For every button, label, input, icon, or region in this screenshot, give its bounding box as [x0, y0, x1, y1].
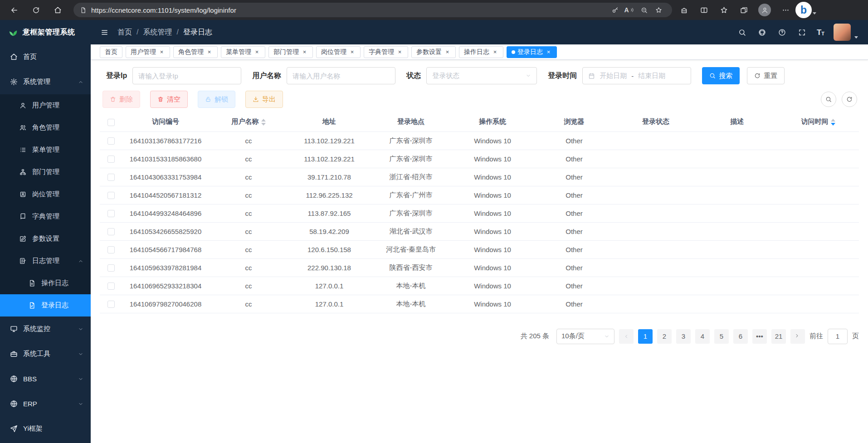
- row-checkbox[interactable]: [107, 246, 115, 253]
- address-bar[interactable]: https://ccnetcore.com:1101/system/log/lo…: [73, 3, 672, 17]
- tab-param-settings[interactable]: 参数设置 ×: [411, 46, 456, 58]
- bing-icon[interactable]: b: [795, 2, 812, 18]
- next-page-button[interactable]: [790, 329, 805, 344]
- sidebar-item-dept-mgmt[interactable]: 部门管理: [0, 161, 91, 183]
- sidebar-item-role-mgmt[interactable]: 角色管理: [0, 117, 91, 139]
- read-aloud-icon[interactable]: A: [622, 3, 637, 17]
- browser-back-button[interactable]: [6, 2, 22, 18]
- sidebar-item-user-mgmt[interactable]: 用户管理: [0, 94, 91, 117]
- tab-dept-mgmt[interactable]: 部门管理 ×: [268, 46, 313, 58]
- end-date-placeholder[interactable]: 结束日期: [638, 72, 665, 80]
- sort-icon[interactable]: [831, 119, 835, 126]
- zoom-out-icon[interactable]: [637, 3, 651, 17]
- browser-profile-avatar[interactable]: [758, 4, 771, 16]
- sidebar-item-dict-mgmt[interactable]: 字典管理: [0, 205, 91, 228]
- pagination-ellipsis[interactable]: •••: [752, 329, 767, 344]
- sidebar-item-login-log[interactable]: 登录日志: [0, 294, 91, 316]
- bing-caret-icon[interactable]: [813, 12, 816, 15]
- favorites-icon[interactable]: [718, 5, 729, 15]
- page-button-6[interactable]: 6: [733, 329, 748, 344]
- clear-button[interactable]: 清空: [150, 91, 188, 108]
- github-icon[interactable]: [757, 27, 768, 38]
- add-favorite-icon[interactable]: [651, 3, 666, 17]
- prev-page-button[interactable]: [619, 329, 634, 344]
- page-button-21[interactable]: 21: [771, 329, 786, 344]
- breadcrumb-system-mgmt[interactable]: 系统管理: [143, 28, 172, 37]
- col-username[interactable]: 用户名称: [209, 112, 288, 131]
- date-range-picker[interactable]: 开始日期 - 结束日期: [582, 67, 691, 84]
- browser-refresh-button[interactable]: [28, 2, 44, 18]
- browser-home-button[interactable]: [50, 2, 65, 18]
- close-icon[interactable]: ×: [301, 49, 308, 55]
- font-size-icon[interactable]: TT: [817, 29, 824, 36]
- row-checkbox[interactable]: [107, 282, 115, 290]
- reset-button[interactable]: 重置: [747, 67, 785, 84]
- row-checkbox[interactable]: [107, 264, 115, 272]
- sidebar-item-home[interactable]: 首页: [0, 44, 91, 69]
- browser-settings-icon[interactable]: [780, 5, 791, 15]
- page-button-3[interactable]: 3: [676, 329, 691, 344]
- row-checkbox[interactable]: [107, 228, 115, 235]
- row-checkbox[interactable]: [107, 174, 115, 181]
- hamburger-icon[interactable]: [101, 29, 108, 36]
- row-checkbox[interactable]: [107, 210, 115, 217]
- page-button-4[interactable]: 4: [695, 329, 710, 344]
- sidebar-item-yi-framework[interactable]: Yi框架: [0, 416, 91, 441]
- toggle-search-button[interactable]: [821, 92, 836, 107]
- sidebar-item-sys-tools[interactable]: 系统工具: [0, 341, 91, 366]
- refresh-table-button[interactable]: [842, 92, 857, 107]
- page-button-1[interactable]: 1: [638, 329, 653, 344]
- sidebar-item-post-mgmt[interactable]: 岗位管理: [0, 183, 91, 205]
- tab-login-log[interactable]: 登录日志 ×: [507, 46, 557, 58]
- sidebar-item-op-log[interactable]: 操作日志: [0, 272, 91, 294]
- close-icon[interactable]: ×: [206, 49, 213, 55]
- page-button-5[interactable]: 5: [714, 329, 729, 344]
- site-info-icon[interactable]: [80, 7, 87, 14]
- help-icon[interactable]: [777, 27, 788, 38]
- tab-menu-mgmt[interactable]: 菜单管理 ×: [221, 46, 265, 58]
- login-ip-input[interactable]: [132, 67, 241, 84]
- close-icon[interactable]: ×: [349, 49, 356, 55]
- url-text[interactable]: https://ccnetcore.com:1101/system/log/lo…: [91, 6, 608, 14]
- sidebar-item-bbs[interactable]: BBS: [0, 366, 91, 391]
- tab-op-log[interactable]: 操作日志 ×: [459, 46, 503, 58]
- row-checkbox[interactable]: [107, 137, 115, 145]
- delete-button[interactable]: 删除: [102, 91, 140, 108]
- row-checkbox[interactable]: [107, 301, 115, 308]
- close-icon[interactable]: ×: [396, 49, 403, 55]
- close-icon[interactable]: ×: [158, 49, 165, 55]
- status-select[interactable]: 登录状态: [426, 67, 537, 84]
- close-icon[interactable]: ×: [492, 49, 498, 55]
- tab-role-mgmt[interactable]: 角色管理 ×: [173, 46, 218, 58]
- export-button[interactable]: 导出: [245, 91, 283, 108]
- row-checkbox[interactable]: [107, 156, 115, 163]
- sidebar-item-system-mgmt[interactable]: 系统管理: [0, 69, 91, 94]
- header-search-icon[interactable]: [737, 27, 748, 38]
- sidebar-item-erp[interactable]: ERP: [0, 391, 91, 416]
- app-logo[interactable]: 意框架管理系统: [0, 20, 91, 44]
- tab-home[interactable]: 首页: [100, 46, 122, 58]
- tab-post-mgmt[interactable]: 岗位管理 ×: [316, 46, 361, 58]
- page-size-select[interactable]: 10条/页: [556, 329, 614, 344]
- goto-page-input[interactable]: [828, 329, 848, 344]
- tab-user-mgmt[interactable]: 用户管理 ×: [126, 46, 170, 58]
- sidebar-item-param-settings[interactable]: 参数设置: [0, 228, 91, 250]
- split-screen-icon[interactable]: [698, 5, 709, 15]
- tab-dict-mgmt[interactable]: 字典管理 ×: [364, 46, 408, 58]
- select-all-checkbox[interactable]: [107, 119, 115, 126]
- fullscreen-icon[interactable]: [797, 27, 808, 38]
- sort-icon[interactable]: [261, 119, 266, 126]
- search-button[interactable]: 搜索: [702, 67, 740, 84]
- password-key-icon[interactable]: [608, 3, 622, 17]
- sidebar-item-log-mgmt[interactable]: 日志管理: [0, 250, 91, 272]
- breadcrumb-home[interactable]: 首页: [117, 28, 132, 37]
- row-checkbox[interactable]: [107, 192, 115, 199]
- avatar-caret-icon[interactable]: [854, 36, 858, 39]
- close-icon[interactable]: ×: [545, 49, 552, 55]
- sidebar-item-menu-mgmt[interactable]: 菜单管理: [0, 139, 91, 161]
- extensions-icon[interactable]: [678, 5, 689, 15]
- collections-icon[interactable]: [738, 5, 749, 15]
- unlock-button[interactable]: 解锁: [198, 91, 235, 108]
- sidebar-item-sys-monitor[interactable]: 系统监控: [0, 316, 91, 341]
- page-button-2[interactable]: 2: [657, 329, 672, 344]
